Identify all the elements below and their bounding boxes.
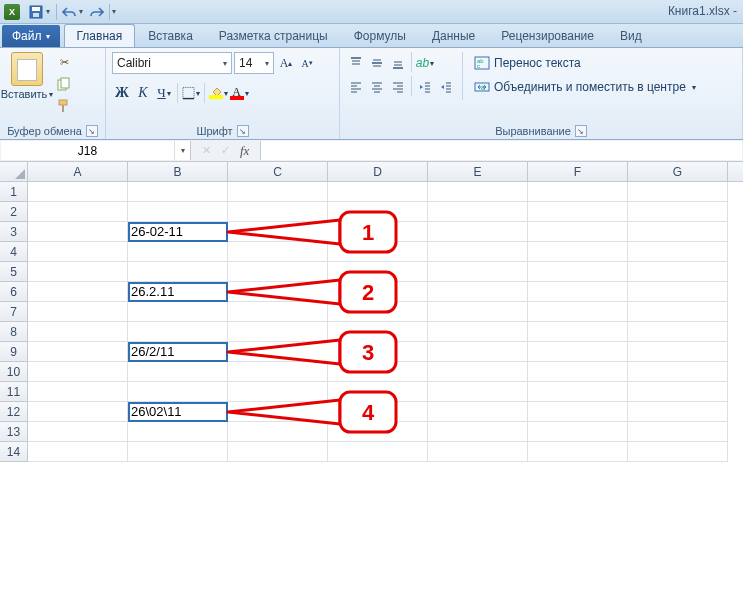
row-header[interactable]: 1 [0,182,28,202]
cell[interactable] [528,262,628,282]
cell[interactable] [128,302,228,322]
cell[interactable] [528,402,628,422]
dialog-launcher-icon[interactable]: ↘ [237,125,249,137]
cell[interactable] [28,322,128,342]
tab-formulas[interactable]: Формулы [341,24,419,47]
cell[interactable] [28,242,128,262]
cell[interactable] [28,342,128,362]
cell[interactable] [28,442,128,462]
tab-data[interactable]: Данные [419,24,488,47]
cell[interactable] [628,422,728,442]
tab-insert[interactable]: Вставка [135,24,206,47]
cell[interactable] [528,222,628,242]
cell[interactable] [328,282,428,302]
cell[interactable] [528,382,628,402]
tab-page-layout[interactable]: Разметка страницы [206,24,341,47]
cell[interactable] [28,262,128,282]
col-header[interactable]: B [128,162,228,181]
cell[interactable] [328,442,428,462]
cell[interactable] [128,442,228,462]
row-header[interactable]: 8 [0,322,28,342]
cell[interactable] [428,422,528,442]
cell[interactable] [528,442,628,462]
col-header[interactable]: G [628,162,728,181]
cell[interactable] [128,262,228,282]
cell[interactable] [328,242,428,262]
cell[interactable] [228,262,328,282]
row-header[interactable]: 9 [0,342,28,362]
cell[interactable] [228,182,328,202]
cell[interactable] [428,362,528,382]
row-header[interactable]: 3 [0,222,28,242]
cell[interactable] [328,302,428,322]
cell[interactable] [128,202,228,222]
cell[interactable] [528,282,628,302]
chevron-down-icon[interactable]: ▾ [174,141,190,160]
cell[interactable] [428,322,528,342]
col-header[interactable]: F [528,162,628,181]
cell[interactable] [228,422,328,442]
row-header[interactable]: 11 [0,382,28,402]
formula-input[interactable] [260,141,742,160]
cell[interactable] [228,382,328,402]
row-header[interactable]: 10 [0,362,28,382]
cell[interactable] [328,342,428,362]
row-header[interactable]: 5 [0,262,28,282]
bold-button[interactable]: Ж [112,82,132,104]
cell[interactable] [28,382,128,402]
format-painter-icon[interactable] [54,96,74,116]
align-middle-icon[interactable] [367,52,387,74]
file-tab[interactable]: Файл▾ [2,25,60,47]
col-header[interactable]: D [328,162,428,181]
cut-icon[interactable]: ✂ [54,52,74,72]
cell[interactable] [328,402,428,422]
cell[interactable]: 26\02\11 [128,402,228,422]
cell[interactable] [528,362,628,382]
cell[interactable] [128,242,228,262]
col-header[interactable]: A [28,162,128,181]
cell[interactable] [628,322,728,342]
cell[interactable] [228,222,328,242]
cell[interactable] [428,302,528,322]
row-header[interactable]: 14 [0,442,28,462]
cell[interactable] [328,362,428,382]
borders-button[interactable]: ▾ [181,82,201,104]
dialog-launcher-icon[interactable]: ↘ [86,125,98,137]
cell[interactable]: 26/2/11 [128,342,228,362]
cell[interactable] [428,282,528,302]
cell[interactable] [428,222,528,242]
align-bottom-icon[interactable] [388,52,408,74]
cell[interactable] [628,342,728,362]
cell[interactable] [128,362,228,382]
cell[interactable] [128,382,228,402]
align-top-icon[interactable] [346,52,366,74]
select-all-corner[interactable] [0,162,28,181]
undo-icon[interactable] [59,2,79,22]
cell[interactable] [28,282,128,302]
cell[interactable] [628,302,728,322]
cell[interactable] [228,302,328,322]
cell[interactable] [28,222,128,242]
cell[interactable] [628,222,728,242]
col-header[interactable]: C [228,162,328,181]
row-header[interactable]: 4 [0,242,28,262]
cell[interactable] [528,422,628,442]
qat-customize-icon[interactable]: ▾ [112,7,120,16]
cell[interactable] [528,242,628,262]
cell[interactable] [28,422,128,442]
save-dropdown-icon[interactable]: ▾ [46,7,54,16]
cell[interactable] [28,402,128,422]
cell[interactable]: 26.2.11 [128,282,228,302]
cell[interactable] [628,442,728,462]
cell[interactable] [428,262,528,282]
cell[interactable] [328,422,428,442]
cell[interactable] [628,382,728,402]
cell[interactable] [128,322,228,342]
cell[interactable] [428,442,528,462]
cell[interactable] [228,242,328,262]
cell[interactable] [128,182,228,202]
cell[interactable] [628,182,728,202]
insert-function-icon[interactable]: fx [240,143,249,159]
cell[interactable] [328,222,428,242]
cell[interactable] [328,382,428,402]
